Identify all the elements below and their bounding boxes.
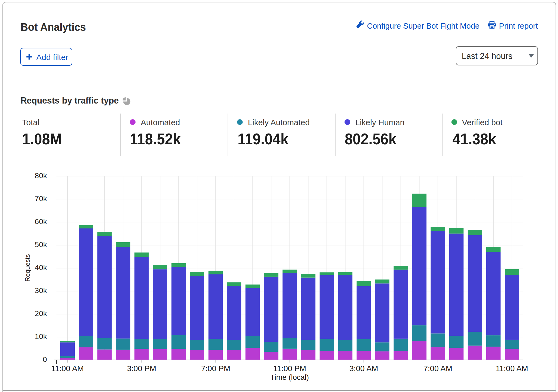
svg-text:3:00 PM: 3:00 PM: [127, 364, 156, 373]
svg-text:80k: 80k: [35, 171, 47, 180]
svg-text:7:00 AM: 7:00 AM: [424, 364, 452, 373]
svg-text:50k: 50k: [35, 240, 47, 249]
svg-text:Time (local): Time (local): [270, 373, 309, 381]
svg-text:Requests: Requests: [24, 254, 31, 281]
svg-text:60k: 60k: [35, 217, 47, 226]
svg-text:40k: 40k: [35, 263, 47, 272]
svg-text:20k: 20k: [35, 309, 47, 318]
svg-text:70k: 70k: [35, 194, 47, 203]
svg-text:0: 0: [43, 355, 47, 364]
svg-text:11:00 AM: 11:00 AM: [495, 364, 528, 373]
svg-text:3:00 AM: 3:00 AM: [349, 364, 378, 373]
svg-text:11:00 AM: 11:00 AM: [51, 364, 84, 373]
svg-text:7:00 PM: 7:00 PM: [201, 364, 230, 373]
svg-text:11:00 PM: 11:00 PM: [273, 364, 306, 373]
svg-text:10k: 10k: [35, 332, 47, 341]
svg-text:30k: 30k: [35, 286, 47, 295]
